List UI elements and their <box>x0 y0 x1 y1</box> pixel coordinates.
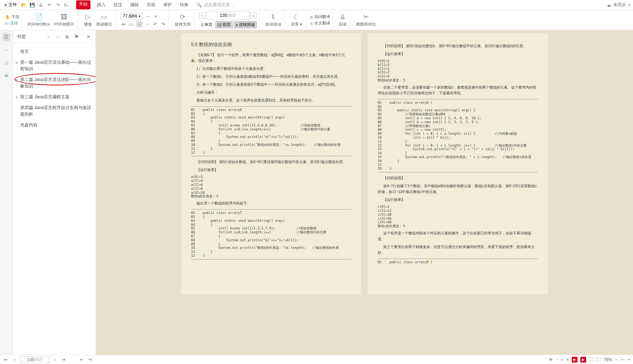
zoom-out-icon[interactable]: − <box>145 13 151 19</box>
tab-convert[interactable]: 转换 <box>178 0 190 9</box>
output-block: c[0]=2 c[1]=12 c[2]=30 c[3]=56 c[4]=90 数… <box>378 205 538 228</box>
para: 分析与编写： <box>191 90 351 95</box>
crop-icon: ✂ <box>363 13 369 21</box>
zoom-slider[interactable]: — <box>620 357 625 362</box>
para: 【运行效果】 <box>191 167 351 173</box>
print-icon[interactable]: 🖨 <box>37 1 44 9</box>
actual-size-icon[interactable]: ▫ <box>136 21 143 27</box>
word-translate[interactable]: ⎋划词翻译 <box>310 14 330 19</box>
para: 要输出各个元素及长度。这个程序在前面也遇到过，具体程序段如下所示。 <box>191 98 351 103</box>
bm-collapse-all-icon[interactable]: ▫ <box>54 33 61 40</box>
full-translate[interactable]: ⎋全文翻译 <box>310 21 330 26</box>
fit-width-icon[interactable]: ⇔ <box>120 21 127 27</box>
bm-item-part1[interactable]: 第一篇 Java语言语法基础——面向过程知识 <box>15 57 93 74</box>
zoom-in-icon[interactable]: + <box>152 13 159 19</box>
document-view[interactable]: 5.5 数组的综合实例 【实例5-7】 设计一个程序，有两个整型数组：a[]和b… <box>96 30 633 355</box>
pdf-to-office[interactable]: 📄PDF转Office <box>26 12 52 28</box>
undo-icon[interactable]: ↶ <box>46 1 53 9</box>
chevron-down-icon[interactable]: ▾ <box>628 3 630 7</box>
tab-start[interactable]: 开始 <box>76 0 90 9</box>
bm-add-icon[interactable]: ⊕ <box>64 33 70 40</box>
first-page-btn[interactable]: ⇤ <box>3 357 9 362</box>
para: 在第二个要求里，必须要创建一个新的数组c，接着就是操作前两个数组的元素。这个要求… <box>378 85 538 96</box>
select-tool[interactable]: ▭选择 <box>5 21 19 26</box>
fit2-icon[interactable]: ⛶ <box>596 357 601 362</box>
rotate-doc[interactable]: ⟳旋转文档 <box>173 12 192 28</box>
save-icon[interactable]: 💾 <box>28 1 36 9</box>
bm-item-part3[interactable]: 第三篇 Java语言编程主题 <box>15 91 93 102</box>
history-fwd-icon[interactable]: ↪ <box>87 357 93 362</box>
compress[interactable]: ⇊压缩 <box>337 12 348 28</box>
tab-page[interactable]: 页面 <box>145 0 157 9</box>
continuous-icon: ≡ <box>236 23 238 27</box>
file-menu[interactable]: ≡ 文件 <box>3 2 18 8</box>
close-panel-icon[interactable]: ✕ <box>85 33 92 40</box>
prev-page[interactable]: ‹ <box>199 12 205 19</box>
next-page[interactable]: › <box>250 12 257 19</box>
redo-icon[interactable]: ↷ <box>54 1 62 9</box>
single-page-btn[interactable]: ▯单页 <box>199 21 214 28</box>
record-icon[interactable]: ▶ <box>572 357 577 363</box>
section-heading: 5.5 数组的综合实例 <box>191 41 351 49</box>
zoom-level[interactable]: 77.68%▾ <box>120 13 143 19</box>
zoom-in-btn[interactable]: + <box>628 357 630 362</box>
para: 2）有一个数组c，它的元素就是a数组和b数组中一一对应的元素的乘积，并且输出其长… <box>191 74 351 80</box>
play-button[interactable]: ▷播放 <box>83 12 93 28</box>
next-page-btn[interactable]: › <box>52 357 58 362</box>
bm-item-disc[interactable]: 光盘内容 <box>15 120 93 130</box>
prev-page-btn[interactable]: ‹ <box>12 357 18 362</box>
thumbnails-icon[interactable]: ▫ <box>3 46 10 54</box>
translate-icon: ⎋ <box>310 15 313 19</box>
double-page-btn[interactable]: ▯▯双页 <box>215 21 233 28</box>
page-input[interactable]: 135/803 <box>206 12 249 19</box>
background[interactable]: ☾背景 ▾ <box>289 12 304 28</box>
tab-annotate[interactable]: 批注 <box>112 0 124 9</box>
status-page[interactable]: 135/803 <box>20 356 49 363</box>
bookmarks-title: 书签 <box>17 33 26 40</box>
fit-visible-icon[interactable]: ▫ <box>144 21 151 27</box>
comments-icon[interactable]: ✉ <box>3 72 10 80</box>
bm-item-preface[interactable]: 前言 <box>15 46 93 57</box>
attachments-icon[interactable]: ◇ <box>3 59 10 67</box>
rotate-right-icon[interactable]: ↷ <box>160 21 167 27</box>
tab-edit[interactable]: 编辑 <box>129 0 140 9</box>
tab-insert[interactable]: 插入 <box>96 0 107 9</box>
continuous-btn[interactable]: ≡连续阅读 <box>234 21 257 28</box>
last-page-btn[interactable]: ⇥ <box>60 357 67 362</box>
moon-icon: ☾ <box>293 13 299 21</box>
eye-icon[interactable]: 👁 <box>549 357 553 362</box>
view-single-icon[interactable]: ▫ <box>556 357 557 362</box>
view-double-icon[interactable]: ▫▫ <box>560 357 563 362</box>
view-continuous-icon[interactable]: ≡ <box>566 357 569 362</box>
para: 输出另一个数组的程序代码如下。 <box>191 201 351 206</box>
pdf-to-image[interactable]: 🖼PDF转图片 <box>53 13 76 28</box>
open-icon[interactable]: 📂 <box>20 1 27 9</box>
search-area[interactable]: 🔍 点此查找文本… <box>196 2 234 8</box>
zoom-out-btn[interactable]: − <box>615 357 617 362</box>
code-block: 01 public class arrary6 02 { 03 public s… <box>191 106 351 157</box>
fit-icon[interactable]: ⛶ <box>589 357 593 362</box>
para: 第4~7行创建了3个数组，其中数组a和b创建时有默认值，数组c没有默认值。第8~… <box>378 183 538 195</box>
output-block: b[0]=1 b[1]=3 b[2]=5 b[3]=7 b[4]=9 数组b的长… <box>378 59 538 82</box>
crop-compare[interactable]: ✂截图和对比 <box>355 12 377 28</box>
tab-protect[interactable]: 保护 <box>162 0 173 9</box>
bm-item-part4[interactable]: 第四篇 Java语言程序设计实例与面试题剖析 <box>15 102 93 120</box>
hamburger-icon: ≡ <box>4 3 7 8</box>
bm-settings-icon[interactable]: ⚑ <box>73 33 80 40</box>
fit-page-icon[interactable]: ▭ <box>128 21 135 27</box>
bm-expand-all-icon[interactable]: ▫ <box>45 33 52 40</box>
export-icon[interactable]: ⎘▾ <box>63 1 70 9</box>
hand-tool[interactable]: ✋手型 <box>5 14 19 20</box>
rotate-left-icon[interactable]: ↶ <box>152 21 159 27</box>
record2-icon[interactable]: ▶ <box>580 357 586 363</box>
bm-item-part2[interactable]: 第二篇 Java语言语法进阶——面向对象知识 <box>15 74 93 91</box>
bookmarks-list: 前言 第一篇 Java语言语法基础——面向过程知识 第二篇 Java语言语法进阶… <box>13 43 96 133</box>
cloud-icon[interactable]: ☁ <box>607 3 611 8</box>
auto-scroll[interactable]: ⥮自动滚动 <box>264 12 283 28</box>
history-back-icon[interactable]: ↩ <box>78 357 85 362</box>
read-mode[interactable]: ▭阅读模式 <box>95 12 114 28</box>
bookmarks-icon[interactable]: ☰ <box>3 33 10 41</box>
zoom-display: 78% <box>603 357 612 362</box>
rotate-icon: ⟳ <box>180 13 185 21</box>
page-right: 【代码说明】 第5行初始化数组b。第6~9行输出数组中的元素。第10行输出数组b… <box>368 33 548 294</box>
